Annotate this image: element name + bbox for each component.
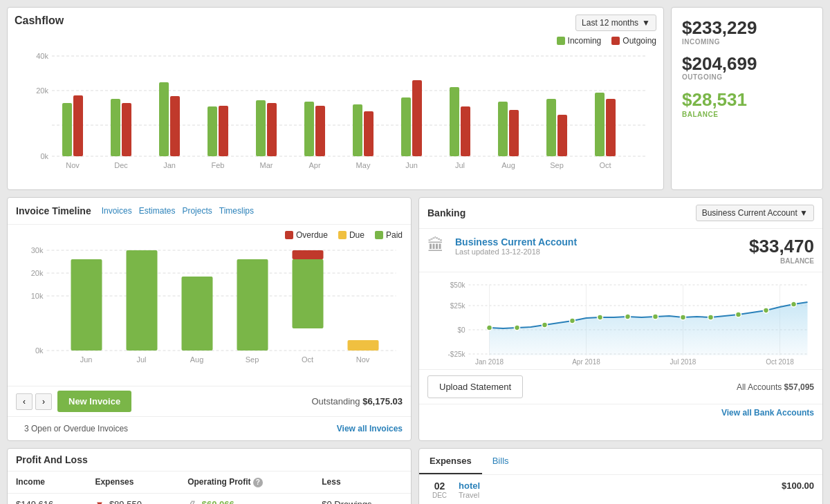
svg-rect-60 — [293, 250, 324, 259]
svg-rect-51 — [71, 259, 102, 351]
expenses-tabs: Expenses Bills — [419, 449, 822, 475]
expense-amount: $100.00 — [782, 480, 814, 491]
chevron-down-icon: ▼ — [800, 208, 808, 218]
svg-point-83 — [570, 318, 575, 324]
profit-loss-title: Profit And Loss — [8, 449, 411, 472]
svg-text:$25k: $25k — [450, 302, 466, 310]
svg-text:$50k: $50k — [450, 281, 466, 289]
svg-text:Aug: Aug — [501, 161, 515, 169]
operating-profit-col-header: Operating Profit ? — [179, 472, 313, 493]
svg-text:Jun: Jun — [405, 161, 418, 169]
banking-line-chart: $50k $25k $0 -$25k Jan 2018 Apr 2018 Jul… — [419, 272, 822, 369]
help-icon[interactable]: ? — [253, 478, 263, 487]
svg-text:Nov: Nov — [66, 161, 80, 169]
cashflow-legend: Incoming Outgoing — [15, 36, 656, 46]
operating-profit-value: 🖨 $60,066 — [179, 493, 313, 504]
svg-text:May: May — [356, 161, 371, 169]
svg-text:20k: 20k — [36, 86, 48, 95]
invoice-tabs: Invoices Estimates Projects Timeslips — [102, 205, 254, 217]
expenses-list: 02 DEC hotel Travel $100.00 13 Bus fare — [419, 475, 822, 504]
svg-text:Apr: Apr — [308, 161, 320, 169]
svg-rect-35 — [509, 110, 519, 156]
svg-point-84 — [598, 315, 603, 320]
invoice-next-btn[interactable]: › — [35, 393, 52, 410]
upload-statement-button[interactable]: Upload Statement — [427, 375, 523, 398]
svg-rect-34 — [498, 102, 508, 156]
tab-invoices[interactable]: Invoices — [102, 205, 132, 217]
svg-rect-14 — [170, 96, 180, 156]
profit-loss-table: Income Expenses Operating Profit ? Less … — [8, 472, 411, 504]
svg-point-81 — [515, 325, 520, 330]
svg-point-85 — [625, 314, 631, 319]
account-name: Business Current Account — [455, 236, 577, 248]
svg-rect-8 — [73, 95, 83, 156]
svg-rect-10 — [111, 99, 120, 156]
invoice-prev-btn[interactable]: ‹ — [16, 393, 33, 410]
down-arrow-icon: ▼ — [95, 499, 104, 504]
invoice-panel-header: Invoice Timeline Invoices Estimates Proj… — [8, 198, 411, 225]
svg-rect-32 — [461, 106, 470, 156]
svg-text:Jun: Jun — [80, 355, 93, 364]
cashflow-chart-card: Cashflow Last 12 months ▼ Incoming Outgo… — [7, 7, 664, 190]
svg-point-87 — [681, 315, 686, 320]
tab-expenses[interactable]: Expenses — [419, 449, 482, 474]
banking-header: Banking Business Current Account ▼ — [419, 198, 822, 229]
svg-text:Sep: Sep — [246, 355, 259, 364]
svg-rect-26 — [364, 111, 374, 156]
outgoing-legend-icon — [611, 37, 620, 45]
svg-rect-20 — [267, 103, 277, 156]
svg-rect-17 — [219, 106, 228, 156]
incoming-legend: Incoming — [557, 36, 602, 46]
svg-rect-57 — [237, 259, 268, 351]
overdue-legend: Overdue — [285, 230, 328, 240]
cashflow-filter-dropdown[interactable]: Last 12 months ▼ — [575, 15, 656, 31]
svg-text:Oct: Oct — [302, 355, 313, 364]
view-all-invoices-link[interactable]: View all Invoices — [337, 424, 403, 433]
paid-legend: Paid — [375, 230, 403, 240]
outgoing-legend: Outgoing — [611, 36, 656, 46]
svg-text:10k: 10k — [31, 292, 44, 300]
svg-point-91 — [791, 301, 797, 307]
banking-panel: Banking Business Current Account ▼ 🏛 Bus… — [418, 197, 823, 441]
svg-text:0k: 0k — [40, 152, 48, 160]
banking-title: Banking — [427, 207, 465, 218]
svg-text:Jan 2018: Jan 2018 — [475, 358, 504, 366]
svg-text:Dec: Dec — [114, 161, 128, 169]
view-all-bank-accounts-link[interactable]: View all Bank Accounts — [721, 408, 814, 418]
svg-rect-31 — [450, 87, 459, 156]
svg-text:Jan: Jan — [163, 161, 176, 169]
expenses-panel: Expenses Bills 02 DEC hotel Travel $100.… — [418, 448, 823, 504]
svg-point-90 — [764, 308, 769, 313]
svg-point-89 — [736, 312, 741, 317]
svg-text:Sep: Sep — [550, 161, 564, 169]
svg-rect-7 — [62, 103, 72, 156]
new-invoice-button[interactable]: New Invoice — [57, 391, 131, 412]
banking-account-dropdown[interactable]: Business Current Account ▼ — [696, 205, 814, 221]
svg-text:$0: $0 — [457, 326, 465, 334]
expense-description: hotel Travel — [459, 480, 775, 499]
tab-projects[interactable]: Projects — [182, 205, 212, 217]
tab-estimates[interactable]: Estimates — [139, 205, 176, 217]
incoming-stat: $233,229 INCOMING — [682, 18, 812, 46]
cashflow-stats-card: $233,229 INCOMING $204,699 OUTGOING $28,… — [671, 7, 823, 190]
tab-timeslips[interactable]: Timeslips — [219, 205, 254, 217]
profit-loss-panel: Profit And Loss Income Expenses Operatin… — [7, 448, 412, 504]
less-col-header: Less — [313, 472, 411, 493]
svg-text:Feb: Feb — [212, 161, 225, 169]
open-invoices-count: 3 Open or Overdue Invoices — [16, 420, 136, 437]
paid-legend-icon — [375, 231, 383, 239]
bank-building-icon: 🏛 — [427, 236, 448, 256]
tab-bills[interactable]: Bills — [482, 449, 519, 474]
cashflow-title: Cashflow — [15, 15, 64, 27]
cashflow-bar-chart: 40k 20k 0k Nov Dec Jan Feb — [15, 49, 656, 180]
svg-text:Nov: Nov — [356, 355, 370, 364]
svg-rect-53 — [127, 250, 158, 351]
svg-point-88 — [708, 315, 714, 320]
svg-rect-19 — [256, 100, 266, 156]
svg-rect-55 — [182, 277, 213, 351]
incoming-legend-icon — [557, 37, 565, 45]
account-updated: Last updated 13-12-2018 — [455, 248, 577, 256]
svg-rect-29 — [412, 80, 422, 156]
svg-text:Mar: Mar — [260, 161, 273, 169]
svg-rect-25 — [353, 104, 362, 156]
